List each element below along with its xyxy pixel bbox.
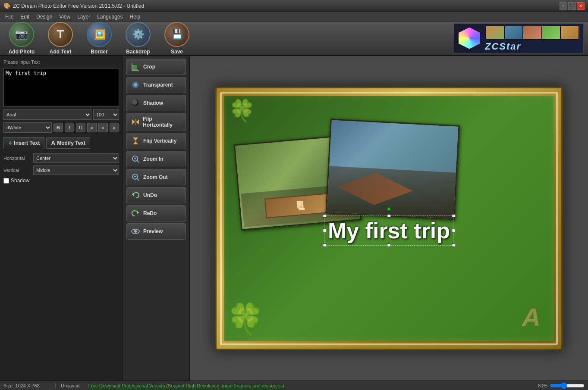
redo-icon: [130, 208, 141, 218]
insert-text-label: Insert Text: [14, 140, 40, 146]
insert-text-button[interactable]: + Insert Text: [3, 137, 44, 149]
crop-tool[interactable]: Crop: [126, 59, 186, 75]
border-button[interactable]: 🖼️ Border: [82, 22, 116, 55]
promo-link[interactable]: Free Download Professional Version (Supp…: [88, 383, 529, 388]
close-button[interactable]: ✕: [577, 2, 585, 10]
maximize-button[interactable]: □: [568, 2, 576, 10]
align-center-button[interactable]: ≡: [98, 123, 108, 132]
zoom-label: 80%: [538, 383, 547, 388]
window-controls: ─ □ ✕: [560, 2, 585, 10]
backdrop-button[interactable]: ⚙️ Backdrop: [121, 22, 155, 55]
canvas-inner: 🍀 🍀 📜: [224, 96, 553, 341]
undo-label: UnDo: [143, 192, 157, 198]
clover-decoration: 🍀: [229, 98, 255, 123]
main-area: Please Input Text My first trip Arial Ti…: [0, 56, 588, 381]
handle-tc[interactable]: [387, 214, 390, 218]
input-label: Please Input Text: [3, 59, 119, 65]
canvas-size: Size: 1024 X 768: [3, 383, 47, 388]
italic-button[interactable]: I: [65, 123, 74, 132]
shadow-tool[interactable]: Shadow: [126, 95, 186, 111]
flip-v-label: Flip Vertically: [143, 138, 176, 144]
zoom-out-label: Zoom Out: [143, 174, 168, 180]
flip-v-tool[interactable]: Flip Vertically: [126, 133, 186, 149]
zoom-in-icon: [130, 154, 141, 164]
canvas-text[interactable]: My first trip: [324, 215, 454, 246]
preview-icon: [130, 226, 141, 237]
shadow-label-tool: Shadow: [143, 100, 163, 106]
svg-marker-7: [132, 119, 135, 125]
zoom-slider[interactable]: [550, 382, 585, 389]
menu-help[interactable]: Help: [126, 13, 144, 21]
handle-bc[interactable]: [387, 243, 390, 247]
add-photo-label: Add Photo: [9, 49, 35, 55]
add-text-label: Add Text: [50, 49, 71, 55]
horizontal-select[interactable]: Center Left Right: [33, 153, 119, 163]
menu-edit[interactable]: Edit: [17, 13, 33, 21]
add-text-button[interactable]: T Add Text: [43, 22, 78, 55]
rotate-handle[interactable]: [387, 207, 390, 211]
svg-marker-21: [137, 211, 139, 214]
decorative-a: A: [522, 303, 541, 332]
bold-button[interactable]: B: [53, 123, 63, 132]
horizontal-label: Horizontal: [3, 156, 31, 161]
handle-ml[interactable]: [323, 229, 326, 232]
handle-br[interactable]: [452, 243, 455, 247]
modify-text-button[interactable]: A Modify Text: [46, 137, 90, 149]
menu-design[interactable]: Design: [33, 13, 56, 21]
handle-mr[interactable]: [452, 229, 455, 232]
svg-marker-10: [133, 137, 138, 140]
minimize-button[interactable]: ─: [560, 2, 567, 10]
svg-line-16: [137, 160, 139, 162]
zoom-in-label: Zoom In: [143, 156, 164, 162]
border-label: Border: [91, 49, 107, 55]
handle-tr[interactable]: [452, 214, 455, 218]
modify-text-label: Modify Text: [57, 140, 85, 146]
add-photo-icon: 📷: [9, 22, 34, 47]
text-input[interactable]: My first trip: [3, 68, 119, 107]
font-select[interactable]: Arial Times New Roman Courier: [3, 109, 91, 120]
zoom-out-tool[interactable]: Zoom Out: [126, 169, 186, 185]
flip-v-icon: [130, 136, 141, 146]
save-button[interactable]: 💾 Save: [160, 22, 194, 55]
underline-button[interactable]: U: [76, 123, 85, 132]
color-select[interactable]: dWhite Black Red Blue: [3, 122, 52, 133]
zoom-area: 80%: [538, 382, 585, 389]
handle-tl[interactable]: [323, 214, 326, 218]
svg-marker-11: [133, 141, 138, 144]
size-select[interactable]: 100 72 48 36: [93, 109, 119, 120]
shadow-checkbox[interactable]: [3, 178, 9, 184]
undo-tool[interactable]: UnDo: [126, 187, 186, 203]
menu-view[interactable]: View: [56, 13, 74, 21]
crop-label: Crop: [143, 64, 155, 70]
shadow-label: Shadow: [11, 178, 29, 184]
handle-bl[interactable]: [323, 243, 326, 247]
vertical-select[interactable]: Middle Top Bottom: [33, 165, 119, 175]
preview-tool[interactable]: Preview: [126, 223, 186, 240]
canvas-area: 🍀 🍀 📜: [190, 56, 588, 381]
border-icon: 🖼️: [87, 22, 112, 47]
svg-marker-20: [132, 193, 134, 196]
undo-icon: [130, 190, 141, 200]
flip-h-label: Flip Horizontally: [143, 116, 182, 128]
canvas-frame: 🍀 🍀 📜: [215, 87, 563, 350]
align-left-button[interactable]: ≡: [87, 123, 97, 132]
menu-languages[interactable]: Languages: [94, 13, 126, 21]
save-icon: 💾: [164, 22, 189, 47]
svg-point-6: [132, 100, 137, 105]
menu-file[interactable]: File: [2, 13, 17, 21]
clover-decoration-2: 🍀: [226, 301, 264, 337]
shadow-icon: [130, 98, 141, 108]
transparent-tool[interactable]: Transparent: [126, 77, 186, 93]
svg-rect-0: [132, 65, 137, 70]
svg-point-4: [134, 83, 137, 87]
menu-layer[interactable]: Layer: [74, 13, 94, 21]
transparent-label: Transparent: [143, 82, 173, 88]
add-photo-button[interactable]: 📷 Add Photo: [4, 22, 39, 55]
align-right-button[interactable]: ≡: [110, 123, 119, 132]
flip-h-tool[interactable]: Flip Horizontally: [126, 113, 186, 131]
vertical-label: Vertical: [3, 168, 31, 173]
save-status: Unsaved: [55, 383, 79, 388]
logo-gem: [458, 27, 481, 50]
redo-tool[interactable]: ReDo: [126, 205, 186, 222]
zoom-in-tool[interactable]: Zoom In: [126, 151, 186, 167]
